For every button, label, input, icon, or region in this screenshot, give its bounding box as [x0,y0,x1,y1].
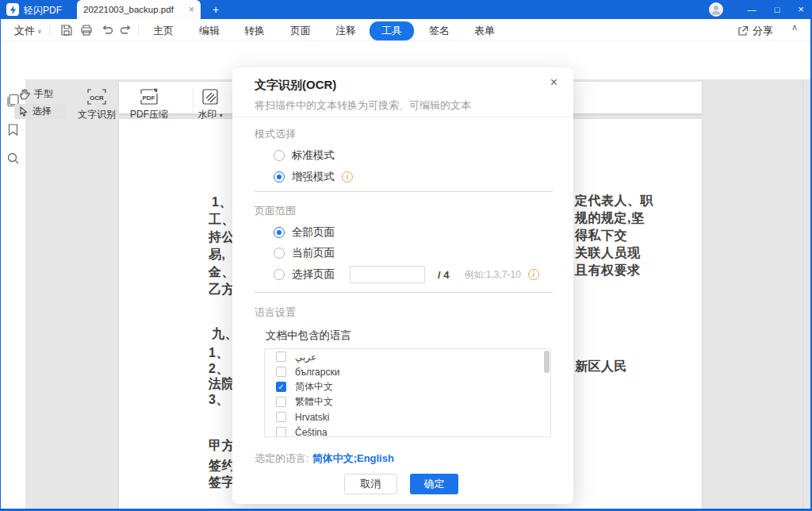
language-option-czech[interactable]: Čeština [265,425,550,437]
radio-checked-icon[interactable] [274,227,285,238]
doc-text: 新区人民 [575,359,627,375]
hand-tool[interactable]: 手型 [19,87,53,101]
watermark-button[interactable]: 水印 ▾ [190,87,230,121]
language-option-bulgarian[interactable]: български [265,364,550,379]
radio-all-pages-label: 全部页面 [292,225,335,240]
ocr-tool-button[interactable]: OCR 文字识别 [75,87,119,121]
maximize-button[interactable]: □ [766,0,788,19]
bookmark-icon[interactable] [6,123,20,136]
watermark-label: 水印 ▾ [197,108,222,121]
tab-convert[interactable]: 转换 [244,24,265,38]
watermark-icon [201,87,220,106]
share-icon [737,25,749,36]
minimize-button[interactable]: — [741,0,763,19]
ocr-dialog: 文字识别(OCR) × 将扫描件中的文本转换为可搜索、可编辑的文本 模式选择 标… [232,67,573,504]
file-menu[interactable]: 文件 ∨ [14,24,42,38]
confirm-button[interactable]: 确定 [410,474,458,494]
selected-languages: 选定的语言:简体中文;English [255,451,394,466]
selected-languages-label: 选定的语言: [255,452,309,464]
dialog-subtitle: 将扫描件中的文本转换为可搜索、可编辑的文本 [255,98,471,113]
language-list[interactable]: عربي български ✓ 简体中文 繁體中文 Hrvatski Češt… [264,348,551,437]
divider [138,25,139,36]
undo-icon[interactable] [101,24,113,36]
tab-sign[interactable]: 签名 [429,24,450,38]
radio-checked-icon[interactable] [274,171,285,182]
share-button[interactable]: 分享 [737,24,773,38]
tab-close-icon[interactable]: × [189,4,194,15]
tab-tools-active[interactable]: 工具 [370,21,414,40]
select-tool-active[interactable]: 选择 [14,104,67,119]
app-logo-icon [6,3,19,16]
tab-home[interactable]: 主页 [153,24,174,38]
language-option-croatian[interactable]: Hrvatski [265,409,550,425]
checkbox-icon[interactable] [276,427,286,437]
new-tab-button[interactable]: + [213,2,219,17]
document-tab[interactable]: 20221003_backup.pdf × [77,0,201,19]
language-list-scrollbar[interactable] [544,351,550,373]
dialog-close-icon[interactable]: × [550,75,557,90]
redo-icon[interactable] [120,24,132,36]
cancel-button[interactable]: 取消 [344,474,397,494]
checkbox-icon[interactable] [276,397,286,407]
info-icon[interactable]: i [342,171,353,182]
divider [49,25,50,36]
radio-all-pages[interactable]: 全部页面 [274,225,335,240]
collapse-ribbon-icon[interactable]: ∧ [791,22,798,33]
radio-icon[interactable] [274,269,285,280]
doc-text: 1、 [212,194,232,211]
language-label: عربي [295,352,316,363]
language-option-traditional-chinese[interactable]: 繁體中文 [265,394,550,409]
doc-text: 甲方 [209,438,235,455]
radio-enhanced-mode[interactable]: 增强模式 i [274,170,353,184]
page-total: / 4 [438,269,449,281]
chevron-down-icon: ▾ [220,112,223,119]
cursor-icon [19,106,29,117]
doc-text: 规的规定,坚 [575,210,644,227]
save-icon[interactable] [60,24,73,36]
radio-standard-mode[interactable]: 标准模式 [274,148,335,163]
print-icon[interactable] [80,24,93,36]
language-label: Hrvatski [295,412,329,423]
app-name: 轻闪PDF [24,4,62,17]
doc-text: 2、 [209,361,229,378]
radio-icon[interactable] [274,248,285,259]
page-range-input[interactable] [350,266,425,283]
language-option-arabic[interactable]: عربي [265,349,550,364]
divider [255,292,553,293]
tab-annotate[interactable]: 注释 [335,24,356,38]
user-avatar[interactable] [709,2,723,17]
tab-form[interactable]: 表单 [474,24,495,38]
search-icon[interactable] [6,152,20,165]
checkbox-checked-icon[interactable]: ✓ [276,382,286,392]
window-close-button[interactable]: × [790,0,812,19]
doc-text: 工、 [209,212,235,229]
pdf-compress-icon: PDF [139,87,159,106]
range-section-label: 页面范围 [255,204,296,218]
svg-text:PDF: PDF [143,94,155,102]
checkbox-icon[interactable] [276,412,286,422]
info-icon[interactable]: i [528,269,539,280]
doc-text: 3、 [209,392,229,409]
language-sublabel: 文档中包含的语言 [266,328,351,343]
selected-languages-value: 简体中文;English [312,452,394,464]
language-option-simplified-chinese[interactable]: ✓ 简体中文 [265,379,550,394]
doc-text: 法院 [209,376,235,393]
radio-current-page[interactable]: 当前页面 [274,246,335,260]
radio-icon[interactable] [274,150,285,161]
checkbox-icon[interactable] [276,367,286,377]
checkbox-icon[interactable] [276,352,286,362]
tab-edit[interactable]: 编辑 [199,24,220,38]
tab-page[interactable]: 页面 [290,24,311,38]
doc-text: 关联人员现 [575,245,641,262]
radio-standard-label: 标准模式 [292,148,335,163]
doc-text: 且有权要求 [575,263,641,279]
pdf-compress-button[interactable]: PDF PDF压缩 [127,87,171,121]
left-sidebar [0,79,25,511]
hand-tool-label: 手型 [34,87,53,101]
app-window: 轻闪PDF 20221003_backup.pdf × + — □ × 文件 ∨ [0,0,812,511]
radio-select-pages[interactable]: 选择页面 / 4 例如:1,3,7-10 i [274,266,539,283]
pdf-compress-label: PDF压缩 [130,108,168,121]
language-label: 简体中文 [295,380,333,394]
share-label: 分享 [753,24,773,38]
canvas-scrollbar[interactable] [802,79,803,511]
